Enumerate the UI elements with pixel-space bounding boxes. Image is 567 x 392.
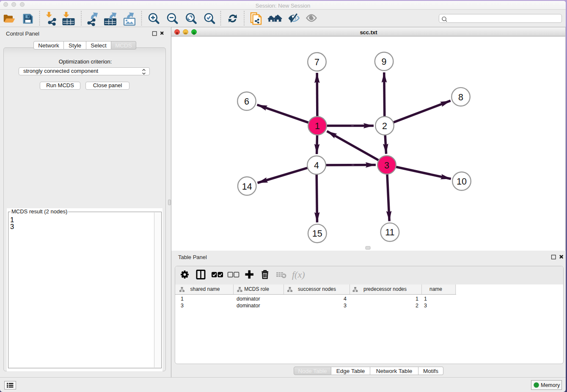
svg-text:15: 15 bbox=[312, 229, 322, 239]
svg-text:8: 8 bbox=[458, 92, 463, 102]
svg-text:11: 11 bbox=[385, 227, 394, 237]
svg-text:3: 3 bbox=[384, 160, 389, 171]
svg-text:f(x): f(x) bbox=[292, 269, 305, 280]
svg-text:2: 2 bbox=[382, 121, 387, 131]
svg-text:7: 7 bbox=[314, 57, 319, 67]
svg-text:9: 9 bbox=[382, 57, 387, 67]
svg-text:14: 14 bbox=[242, 182, 252, 192]
svg-text:1: 1 bbox=[315, 121, 320, 131]
svg-text:4: 4 bbox=[314, 160, 319, 171]
svg-text:6: 6 bbox=[244, 97, 249, 107]
svg-text:10: 10 bbox=[457, 177, 467, 187]
